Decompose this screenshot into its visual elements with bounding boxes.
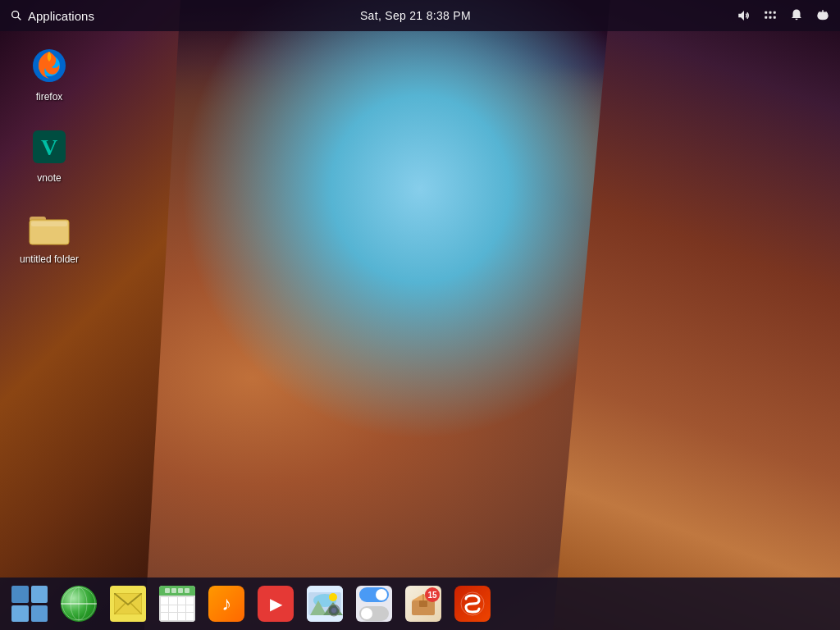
packages-badge: 15 bbox=[425, 587, 440, 602]
svg-text:V: V bbox=[41, 135, 57, 160]
volume-icon[interactable] bbox=[737, 8, 751, 23]
multitask-icon bbox=[11, 586, 48, 622]
dock-item-settings[interactable] bbox=[351, 581, 397, 627]
power-icon[interactable] bbox=[815, 8, 830, 23]
desktop-icons: firefox V vnote bbox=[12, 41, 86, 268]
dock-item-mail[interactable] bbox=[105, 581, 151, 627]
toggle-icon bbox=[356, 586, 392, 622]
photos-icon bbox=[307, 586, 343, 622]
datetime-display: Sat, Sep 21 8:38 PM bbox=[360, 9, 471, 22]
svg-point-37 bbox=[331, 608, 336, 613]
network-icon[interactable] bbox=[763, 8, 778, 23]
svg-point-0 bbox=[12, 11, 19, 18]
packages-icon: 15 bbox=[405, 586, 441, 622]
svg-rect-26 bbox=[171, 588, 176, 593]
vnote-icon-desktop[interactable]: V vnote bbox=[12, 122, 86, 187]
desktop: Applications Sat, Sep 21 8:38 PM bbox=[0, 0, 840, 630]
dock-item-photos[interactable] bbox=[302, 581, 348, 627]
media-icon bbox=[258, 586, 294, 622]
dock-item-music[interactable]: ♪ bbox=[203, 581, 249, 627]
music-icon: ♪ bbox=[208, 586, 244, 622]
svg-rect-8 bbox=[774, 16, 776, 19]
untitled-folder-icon[interactable]: untitled folder bbox=[12, 203, 86, 268]
firefox-icon-image bbox=[28, 44, 71, 87]
firefox-icon-desktop[interactable]: firefox bbox=[12, 41, 86, 106]
mail-icon bbox=[110, 586, 146, 622]
panel-right bbox=[737, 8, 830, 23]
svg-rect-4 bbox=[769, 11, 771, 14]
folder-icon-image bbox=[28, 207, 71, 249]
dock-item-multitasking[interactable] bbox=[7, 581, 52, 627]
svg-rect-5 bbox=[774, 11, 776, 14]
vnote-label: vnote bbox=[37, 172, 61, 184]
svg-rect-28 bbox=[185, 588, 189, 593]
svg-point-34 bbox=[329, 593, 337, 601]
dock-item-browser[interactable] bbox=[56, 581, 102, 627]
svg-line-1 bbox=[18, 17, 21, 21]
svg-rect-40 bbox=[419, 600, 427, 607]
svg-rect-6 bbox=[765, 16, 767, 19]
search-icon[interactable] bbox=[10, 9, 23, 22]
svg-marker-2 bbox=[738, 11, 744, 21]
vnote-icon-image: V bbox=[28, 126, 71, 168]
bell-icon[interactable] bbox=[789, 8, 804, 23]
dock-item-spreadsheet[interactable] bbox=[154, 581, 200, 627]
firefox-label: firefox bbox=[36, 91, 63, 103]
svg-rect-16 bbox=[31, 221, 67, 226]
svg-rect-3 bbox=[765, 11, 767, 14]
softmaker-icon bbox=[454, 586, 491, 622]
svg-rect-7 bbox=[769, 16, 771, 19]
dock-item-softmaker[interactable] bbox=[450, 581, 495, 627]
dock-item-media[interactable] bbox=[253, 581, 299, 627]
folder-label: untitled folder bbox=[20, 253, 79, 265]
globe-icon bbox=[61, 586, 97, 622]
dock-item-packages[interactable]: 15 bbox=[400, 581, 446, 627]
svg-rect-27 bbox=[178, 588, 183, 593]
panel-left: Applications bbox=[10, 9, 94, 23]
applications-menu-button[interactable]: Applications bbox=[28, 9, 94, 23]
spreadsheet-icon bbox=[159, 586, 195, 622]
taskbar: ♪ bbox=[0, 578, 840, 630]
svg-rect-25 bbox=[165, 588, 170, 593]
top-panel: Applications Sat, Sep 21 8:38 PM bbox=[0, 0, 840, 31]
